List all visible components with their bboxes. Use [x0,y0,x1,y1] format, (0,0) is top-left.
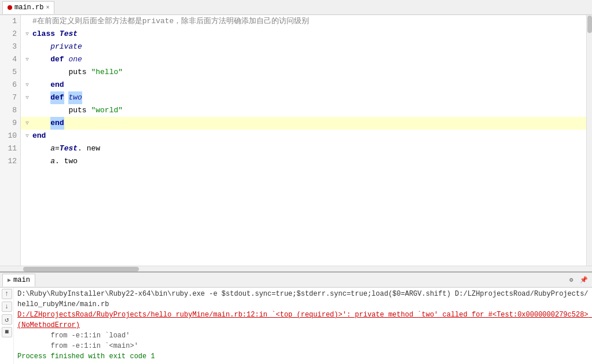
line-num-6: 6 [3,79,17,91]
tab-bar: main.rb × [0,0,592,15]
console-output: D:\Ruby\RubyInstaller\Ruby22-x64\bin\rub… [14,288,592,364]
line11-eq: = [55,142,60,155]
line8-string: "world" [91,104,123,117]
editor-hscroll[interactable] [0,266,592,271]
line-num-7: 7 [3,91,17,104]
run-icon: ▶ [8,277,11,284]
line1-comment: #在前面定义则后面全部方法都是private，除非后面方法明确添加自己的访问级别 [32,15,309,28]
line11-var-a: a [50,142,55,155]
console-line-2[interactable]: D:/LZHprojectsRoad/RubyProjects/hello_ru… [17,310,589,330]
line-num-3: 3 [3,41,17,53]
main-rb-tab[interactable]: main.rb × [2,1,54,14]
code-line-7[interactable]: ▽ def two [21,91,586,104]
editor-hscroll-thumb [23,267,139,271]
fold-arrow-6[interactable]: ▽ [23,81,31,89]
line6-end-kw: end [50,79,64,91]
line-num-10: 10 [3,130,17,142]
line11-indent [32,142,50,155]
line12-dot-two: . two [55,155,78,168]
stop-button[interactable]: ■ [2,327,12,337]
panel-tools: ⚙ 📌 [565,274,590,286]
line12-var-a: a [50,155,55,168]
line-num-11: 11 [3,142,17,155]
editor-area: 1 2 3 4 5 6 7 8 9 10 11 12 #在前面定义则后面全部方法… [0,15,592,266]
fold-arrow-9[interactable]: ▽ [23,119,31,127]
line4-indent [32,53,50,66]
line-num-4: 4 [3,53,17,66]
line2-class-kw: class [32,28,55,41]
console-line-1: D:\Ruby\RubyInstaller\Ruby22-x64\bin\rub… [17,289,589,310]
line-num-1: 1 [3,15,17,28]
fold-arrow-10[interactable]: ▽ [23,132,31,140]
code-line-4[interactable]: ▽ def one [21,53,586,66]
panel-tab-bar: ▶ main ⚙ 📌 [0,273,592,288]
bottom-panel: ▶ main ⚙ 📌 ↑ ↓ ↺ ■ D:\Ruby\RubyInstaller… [0,271,592,364]
line5-puts: puts [68,66,86,79]
line10-end-kw: end [32,130,46,142]
scroll-up-button[interactable]: ↑ [2,289,12,299]
fold-arrow-4[interactable]: ▽ [23,56,31,64]
line3-private: private [50,41,82,53]
line11-test: Test [60,142,78,155]
line7-space [64,91,69,104]
line5-string: "hello" [91,66,123,79]
console-line-5: Process finished with exit code 1 [17,351,589,362]
line-num-2: 2 [3,28,17,41]
line4-space [64,53,69,66]
tab-dot [8,5,12,10]
line4-def-kw: def [50,53,64,66]
line2-class-name: Test [60,28,78,41]
line11-dot: . [78,142,82,155]
code-line-1[interactable]: #在前面定义则后面全部方法都是private，除非后面方法明确添加自己的访问级别 [21,15,586,28]
line2-space [55,28,60,41]
tab-close-button[interactable]: × [46,5,49,11]
line5-indent [32,66,68,79]
line-num-12: 12 [3,155,17,168]
tab-filename: main.rb [14,3,43,12]
line7-indent [32,91,50,104]
line6-indent [32,79,50,91]
code-line-10[interactable]: ▽ end [21,130,586,142]
line-num-8: 8 [3,104,17,117]
console-line-4: from -e:1:in `<main>' [17,341,589,351]
code-area[interactable]: #在前面定义则后面全部方法都是private，除非后面方法明确添加自己的访问级别… [21,15,586,266]
line12-indent [32,155,50,168]
code-line-9[interactable]: ▽ end [21,117,586,130]
line9-indent [32,117,50,130]
code-line-3[interactable]: private [21,41,586,53]
code-line-6[interactable]: ▽ end [21,79,586,91]
line8-indent [32,104,68,117]
fold-arrow-7[interactable]: ▽ [23,94,31,102]
line-numbers: 1 2 3 4 5 6 7 8 9 10 11 12 [0,15,21,266]
code-line-8[interactable]: puts "world" [21,104,586,117]
code-line-2[interactable]: ▽ class Test [21,28,586,41]
console-sidebar: ↑ ↓ ↺ ■ [0,288,14,364]
console-line-3: from -e:1:in `load' [17,330,589,341]
line7-two-selected: two [68,91,82,104]
line-num-9: 9 [3,117,17,130]
line9-end-selected: end [50,117,64,130]
rerun-button[interactable]: ↺ [2,314,12,325]
line7-def-selected: def [50,91,64,104]
editor-right-scrollbar[interactable] [586,15,592,266]
scroll-down-button[interactable]: ↓ [2,302,12,312]
code-line-12[interactable]: a . two [21,155,586,168]
line3-indent [32,41,50,53]
run-panel-tab[interactable]: ▶ main [2,274,35,286]
editor-scrollbar-thumb [587,16,592,33]
run-tab-label: main [13,276,30,284]
line-num-5: 5 [3,66,17,79]
line5-space [87,66,91,79]
line4-method-one: one [68,53,82,66]
line8-space [87,104,91,117]
pin-button[interactable]: 📌 [578,274,590,286]
settings-button[interactable]: ⚙ [565,274,577,286]
code-lines: #在前面定义则后面全部方法都是private，除非后面方法明确添加自己的访问级别… [21,15,586,168]
console-area: ↑ ↓ ↺ ■ D:\Ruby\RubyInstaller\Ruby22-x64… [0,288,592,364]
line8-puts: puts [68,104,86,117]
line11-new: new [82,142,100,155]
code-line-5[interactable]: puts "hello" [21,66,586,79]
code-line-11[interactable]: a = Test . new [21,142,586,155]
fold-arrow-2[interactable]: ▽ [23,30,31,38]
